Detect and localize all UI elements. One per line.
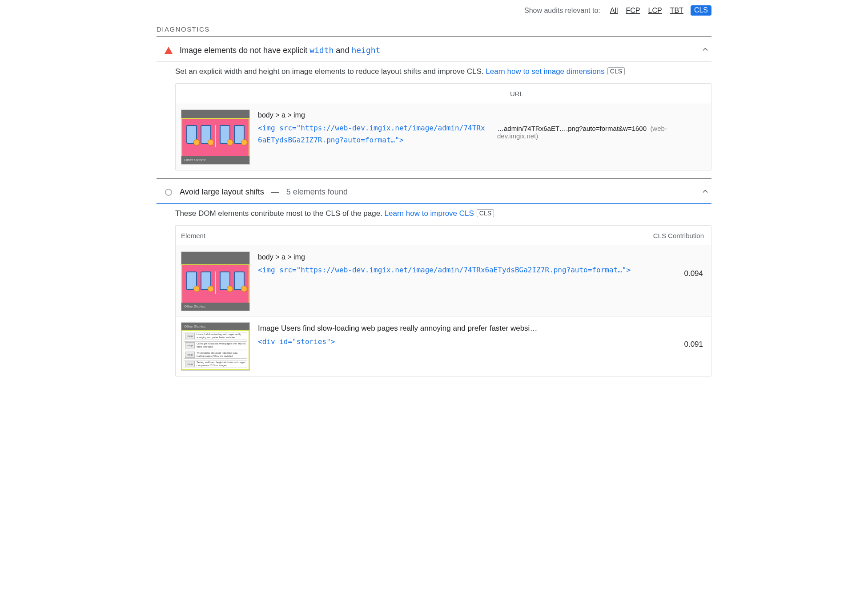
audit-description: Set an explicit width and height on imag… bbox=[157, 62, 711, 83]
chevron-up-icon bbox=[701, 45, 710, 55]
phone-icon bbox=[186, 125, 197, 144]
triangle-fail-icon bbox=[165, 47, 173, 54]
phone-icon bbox=[201, 125, 211, 144]
filter-lcp[interactable]: LCP bbox=[647, 6, 663, 16]
circle-info-icon bbox=[165, 189, 172, 196]
filter-fcp[interactable]: FCP bbox=[625, 6, 641, 16]
audit-layout-shifts: Avoid large layout shifts — 5 elements f… bbox=[157, 179, 711, 376]
phone-icon bbox=[201, 271, 211, 290]
phone-icon bbox=[220, 271, 230, 290]
phone-icon bbox=[220, 125, 230, 144]
th-element: Element bbox=[176, 226, 442, 246]
filter-all[interactable]: All bbox=[609, 6, 619, 16]
audit-description: These DOM elements contribute most to th… bbox=[157, 204, 711, 225]
filter-cls-active[interactable]: CLS bbox=[691, 5, 711, 16]
th-url: URL bbox=[505, 84, 711, 104]
audit-header[interactable]: Image elements do not have explicit widt… bbox=[157, 37, 711, 61]
url-cell: …admin/74TRx6aET….png?auto=format&w=1600… bbox=[497, 109, 693, 140]
th-cls: CLS Contribution bbox=[442, 226, 711, 246]
element-text: Image Users find slow-loading web pages … bbox=[258, 324, 644, 333]
phone-icon bbox=[234, 271, 245, 290]
learn-link[interactable]: Learn how to set image dimensions bbox=[486, 67, 604, 76]
diagnostics-heading: DIAGNOSTICS bbox=[157, 25, 711, 33]
table-head: URL bbox=[176, 84, 711, 104]
audit2-table: Element CLS Contribution Other Stor bbox=[175, 225, 711, 376]
dom-selector: body > a > img bbox=[258, 111, 489, 119]
dom-code: <img src="https://web-dev.imgix.net/imag… bbox=[258, 122, 489, 146]
table-head: Element CLS Contribution bbox=[176, 226, 711, 246]
audit-image-dimensions: Image elements do not have explicit widt… bbox=[157, 37, 711, 170]
audit-header[interactable]: Avoid large layout shifts — 5 elements f… bbox=[157, 179, 711, 203]
table-row: Other Stories: body > a > img <img src="… bbox=[176, 104, 711, 170]
filter-label: Show audits relevant to: bbox=[524, 7, 600, 15]
phone-icon bbox=[186, 271, 197, 290]
table-row: Other Stories: body > a > img <img src="… bbox=[176, 246, 711, 317]
divider bbox=[157, 36, 711, 37]
learn-link[interactable]: Learn how to improve CLS bbox=[385, 209, 474, 218]
table-row: Other Stories: ImageUsers find slow-load… bbox=[176, 317, 711, 376]
thumbnail: Other Stories: bbox=[181, 109, 250, 165]
filter-bar: Show audits relevant to: All FCP LCP TBT… bbox=[157, 4, 711, 20]
dom-code: <img src="https://web-dev.imgix.net/imag… bbox=[258, 264, 644, 276]
audit1-table: URL Other Stories: bbox=[175, 83, 711, 170]
thumbnail: Other Stories: bbox=[181, 251, 250, 311]
dom-selector: body > a > img bbox=[258, 253, 644, 261]
chevron-up-icon bbox=[701, 187, 710, 197]
dom-code: <div id="stories"> bbox=[258, 336, 644, 348]
cls-badge: CLS bbox=[607, 67, 625, 75]
thumbnail: Other Stories: ImageUsers find slow-load… bbox=[181, 322, 250, 371]
phone-icon bbox=[234, 125, 245, 144]
cls-value: 0.091 bbox=[652, 322, 706, 349]
cls-value: 0.094 bbox=[652, 251, 706, 278]
audit-title: Image elements do not have explicit widt… bbox=[180, 45, 694, 55]
audit-title: Avoid large layout shifts — 5 elements f… bbox=[180, 187, 694, 197]
divider bbox=[157, 178, 711, 179]
cls-badge: CLS bbox=[477, 209, 494, 217]
filter-tbt[interactable]: TBT bbox=[669, 6, 684, 16]
